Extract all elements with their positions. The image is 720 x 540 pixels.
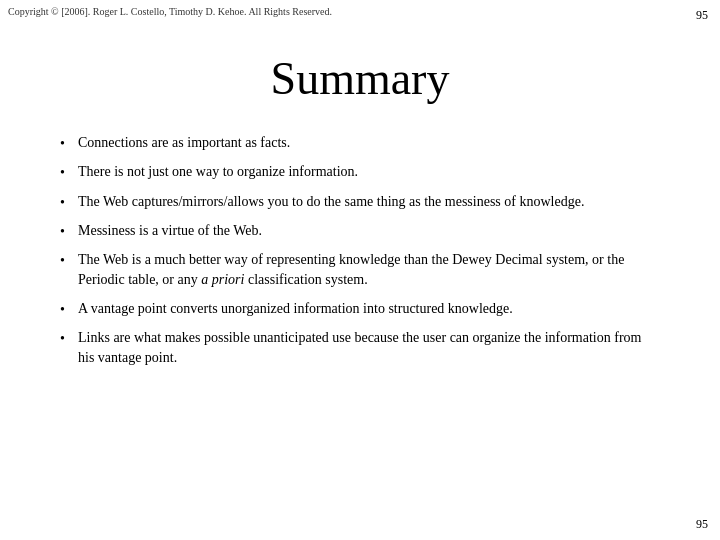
bullet-dot: • <box>60 192 78 213</box>
list-item: • There is not just one way to organize … <box>60 162 660 183</box>
bullet-dot: • <box>60 133 78 154</box>
page-number-top: 95 <box>696 8 708 23</box>
bullet-text: A vantage point converts unorganized inf… <box>78 299 660 319</box>
bullet-list: • Connections are as important as facts.… <box>60 133 660 369</box>
list-item: • Connections are as important as facts. <box>60 133 660 154</box>
bullet-text: Links are what makes possible unanticipa… <box>78 328 660 369</box>
bullet-text: The Web captures/mirrors/allows you to d… <box>78 192 660 212</box>
list-item: • The Web is a much better way of repres… <box>60 250 660 291</box>
list-item: • The Web captures/mirrors/allows you to… <box>60 192 660 213</box>
list-item: • Messiness is a virtue of the Web. <box>60 221 660 242</box>
italic-text: a priori <box>201 272 244 287</box>
list-item: • Links are what makes possible unantici… <box>60 328 660 369</box>
bullet-dot: • <box>60 250 78 271</box>
bullet-dot: • <box>60 162 78 183</box>
bullet-text: There is not just one way to organize in… <box>78 162 660 182</box>
text-after: classification system. <box>244 272 367 287</box>
page-number-bottom: 95 <box>696 517 708 532</box>
list-item: • A vantage point converts unorganized i… <box>60 299 660 320</box>
page-title: Summary <box>0 52 720 105</box>
bullet-dot: • <box>60 328 78 349</box>
bullet-text: Connections are as important as facts. <box>78 133 660 153</box>
bullet-dot: • <box>60 221 78 242</box>
bullet-text: Messiness is a virtue of the Web. <box>78 221 660 241</box>
content-area: • Connections are as important as facts.… <box>0 133 720 369</box>
bullet-text-italic: The Web is a much better way of represen… <box>78 250 660 291</box>
bullet-dot: • <box>60 299 78 320</box>
copyright-text: Copyright © [2006]. Roger L. Costello, T… <box>8 6 332 17</box>
